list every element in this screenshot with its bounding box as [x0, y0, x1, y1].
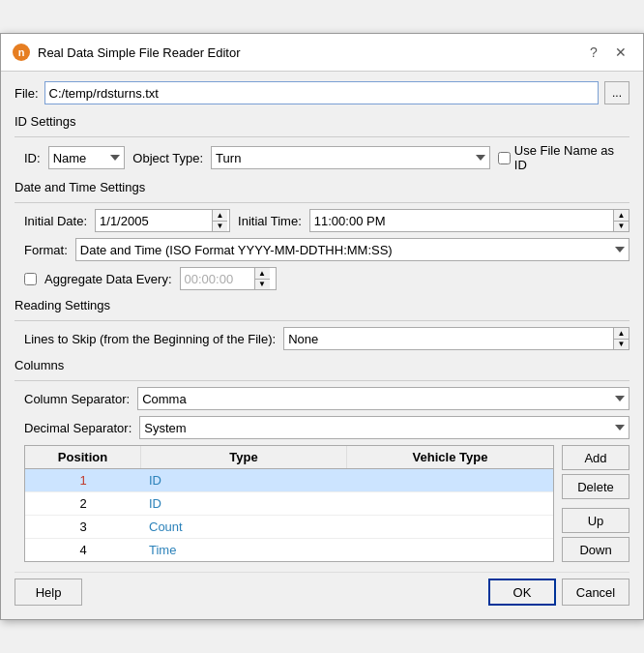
- aggregate-row: Aggregate Data Every: ▲ ▼: [24, 267, 629, 290]
- initial-date-spinner: ▲ ▼: [95, 209, 230, 232]
- file-input[interactable]: [44, 81, 599, 104]
- column-separator-row: Column Separator: Comma Tab Semicolon Sp…: [24, 387, 629, 410]
- initial-date-down[interactable]: ▼: [213, 222, 227, 232]
- format-label: Format:: [24, 243, 68, 257]
- row2-position: 2: [25, 492, 141, 515]
- row2-vehicle-type: [347, 492, 553, 515]
- reading-settings-title: Reading Settings: [15, 298, 629, 314]
- lines-skip-spinner: ▲ ▼: [283, 327, 629, 350]
- aggregate-down[interactable]: ▼: [255, 280, 270, 290]
- aggregate-spinbtns: ▲ ▼: [254, 268, 270, 289]
- datetime-settings-title: Date and Time Settings: [15, 180, 629, 196]
- initial-time-spinbtns: ▲ ▼: [613, 210, 629, 231]
- reading-settings-content: Lines to Skip (from the Beginning of the…: [15, 327, 629, 350]
- decimal-separator-select[interactable]: System Period Comma: [139, 416, 629, 439]
- dialog-container: n Real Data Simple File Reader Editor ? …: [0, 33, 644, 620]
- id-select[interactable]: Name Number Auto: [48, 146, 126, 169]
- row4-position: 4: [25, 539, 141, 561]
- row3-vehicle-type: [347, 516, 553, 538]
- title-bar-right: ? ✕: [583, 42, 631, 63]
- title-bar: n Real Data Simple File Reader Editor ? …: [1, 34, 643, 72]
- table-area: Position Type Vehicle Type 1 ID 2: [24, 445, 629, 562]
- datetime-settings-content: Initial Date: ▲ ▼ Initial Time: ▲ ▼: [15, 209, 629, 290]
- columns-section: Columns Column Separator: Comma Tab Semi…: [15, 358, 629, 562]
- datetime-settings-section: Date and Time Settings Initial Date: ▲ ▼…: [15, 180, 629, 290]
- decimal-separator-label: Decimal Separator:: [24, 421, 132, 435]
- lines-skip-label: Lines to Skip (from the Beginning of the…: [24, 332, 276, 346]
- row2-type: ID: [141, 492, 347, 515]
- help-icon-btn[interactable]: ?: [583, 42, 604, 63]
- lines-skip-input[interactable]: [284, 328, 613, 349]
- browse-button[interactable]: ...: [604, 81, 629, 104]
- add-button[interactable]: Add: [562, 445, 629, 470]
- row3-type: Count: [141, 516, 347, 538]
- help-button[interactable]: Help: [15, 579, 82, 606]
- initial-date-input[interactable]: [96, 210, 212, 231]
- date-time-row: Initial Date: ▲ ▼ Initial Time: ▲ ▼: [24, 209, 629, 232]
- ok-button[interactable]: OK: [488, 579, 556, 606]
- lines-skip-down[interactable]: ▼: [614, 340, 629, 350]
- id-settings-content: ID: Name Number Auto Object Type: Turn N…: [15, 143, 629, 172]
- row1-position: 1: [25, 469, 141, 491]
- down-button[interactable]: Down: [562, 537, 629, 562]
- initial-time-input[interactable]: [310, 210, 613, 231]
- row1-type: ID: [141, 469, 347, 491]
- lines-skip-row: Lines to Skip (from the Beginning of the…: [24, 327, 629, 350]
- id-label: ID:: [24, 151, 41, 165]
- table-row[interactable]: 3 Count: [25, 516, 553, 539]
- bottom-button-row: Help OK Cancel: [15, 572, 629, 609]
- initial-date-label: Initial Date:: [24, 214, 87, 228]
- row3-position: 3: [25, 516, 141, 538]
- object-type-label: Object Type:: [132, 151, 203, 165]
- close-icon-btn[interactable]: ✕: [610, 42, 631, 63]
- table-header: Position Type Vehicle Type: [25, 446, 553, 469]
- aggregate-checkbox[interactable]: [24, 273, 37, 285]
- table-body: 1 ID 2 ID 3 Count: [25, 469, 553, 561]
- id-row: ID: Name Number Auto Object Type: Turn N…: [24, 143, 629, 172]
- initial-time-spinner: ▲ ▼: [309, 209, 629, 232]
- table-buttons: Add Delete Up Down: [562, 445, 629, 562]
- file-label: File:: [15, 86, 39, 101]
- columns-title: Columns: [15, 358, 629, 374]
- file-row: File: ...: [15, 81, 629, 104]
- columns-table: Position Type Vehicle Type 1 ID 2: [24, 445, 554, 562]
- col-header-position: Position: [25, 446, 141, 468]
- id-settings-title: ID Settings: [15, 114, 629, 131]
- table-row[interactable]: 2 ID: [25, 492, 553, 516]
- initial-date-up[interactable]: ▲: [213, 210, 227, 222]
- dialog-content: File: ... ID Settings ID: Name Number Au…: [1, 72, 643, 619]
- table-row[interactable]: 1 ID: [25, 469, 553, 492]
- bottom-right: OK Cancel: [488, 579, 629, 606]
- table-row[interactable]: 4 Time: [25, 539, 553, 561]
- delete-button[interactable]: Delete: [562, 474, 629, 499]
- row4-vehicle-type: [347, 539, 553, 561]
- initial-date-spinbtns: ▲ ▼: [212, 210, 227, 231]
- aggregate-up[interactable]: ▲: [255, 268, 270, 280]
- row1-vehicle-type: [347, 469, 553, 491]
- use-file-name-checkbox[interactable]: [498, 152, 511, 164]
- aggregate-input[interactable]: [181, 268, 254, 289]
- column-separator-select[interactable]: Comma Tab Semicolon Space: [137, 387, 629, 410]
- lines-skip-up[interactable]: ▲: [614, 328, 629, 340]
- aggregate-label: Aggregate Data Every:: [44, 272, 172, 286]
- bottom-left: Help: [15, 579, 82, 606]
- cancel-button[interactable]: Cancel: [562, 579, 629, 606]
- column-separator-label: Column Separator:: [24, 392, 130, 406]
- initial-time-up[interactable]: ▲: [614, 210, 629, 222]
- col-header-vehicle-type: Vehicle Type: [347, 446, 553, 468]
- format-row: Format: Date and Time (ISO Format YYYY-M…: [24, 238, 629, 261]
- aggregate-spinner: ▲ ▼: [180, 267, 277, 290]
- row4-type: Time: [141, 539, 347, 561]
- id-settings-section: ID Settings ID: Name Number Auto Object …: [15, 114, 629, 172]
- title-bar-left: n Real Data Simple File Reader Editor: [13, 44, 241, 61]
- lines-skip-spinbtns: ▲ ▼: [613, 328, 629, 349]
- decimal-separator-row: Decimal Separator: System Period Comma: [24, 416, 629, 439]
- app-icon: n: [13, 44, 30, 61]
- object-type-select[interactable]: Turn Node Link: [211, 146, 490, 169]
- dialog-title: Real Data Simple File Reader Editor: [38, 45, 241, 60]
- format-select[interactable]: Date and Time (ISO Format YYYY-MM-DDTHH:…: [75, 238, 629, 261]
- reading-settings-section: Reading Settings Lines to Skip (from the…: [15, 298, 629, 350]
- col-header-type: Type: [141, 446, 347, 468]
- initial-time-down[interactable]: ▼: [614, 222, 629, 232]
- up-button[interactable]: Up: [562, 508, 629, 533]
